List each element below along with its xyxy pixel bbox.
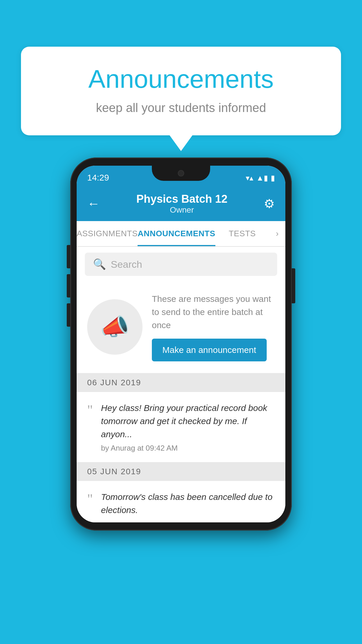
phone-outer: 14:29 ▾▴ ▲▮ ▮ ← Physics Batch 12 Owner ⚙ xyxy=(70,158,292,531)
date-divider-1: 06 JUN 2019 xyxy=(77,373,285,392)
camera xyxy=(178,170,184,176)
search-container: 🔍 Search xyxy=(77,247,285,282)
promo-description: These are messages you want to send to t… xyxy=(152,292,275,332)
app-bar-title: Physics Batch 12 xyxy=(136,193,228,205)
tab-announcements[interactable]: ANNOUNCEMENTS xyxy=(138,221,215,246)
app-bar: ← Physics Batch 12 Owner ⚙ xyxy=(77,186,285,221)
phone-mockup: 14:29 ▾▴ ▲▮ ▮ ← Physics Batch 12 Owner ⚙ xyxy=(70,158,292,531)
search-icon: 🔍 xyxy=(93,258,106,270)
tab-assignments[interactable]: ASSIGNMENTS xyxy=(77,221,138,246)
signal-icon: ▲▮ xyxy=(256,174,268,183)
announcement-text-1: Hey class! Bring your practical record b… xyxy=(101,401,275,441)
tab-more[interactable]: › xyxy=(269,221,285,246)
app-bar-subtitle: Owner xyxy=(136,205,228,215)
speech-bubble: Announcements keep all your students inf… xyxy=(21,47,341,135)
announcement-item-2[interactable]: " Tomorrow's class has been cancelled du… xyxy=(77,481,285,522)
make-announcement-button[interactable]: Make an announcement xyxy=(152,339,267,361)
date-divider-2: 05 JUN 2019 xyxy=(77,462,285,481)
quote-icon-2: " xyxy=(87,492,93,506)
phone-screen: 14:29 ▾▴ ▲▮ ▮ ← Physics Batch 12 Owner ⚙ xyxy=(77,166,285,522)
speech-bubble-subtitle: keep all your students informed xyxy=(44,101,318,115)
app-bar-title-group: Physics Batch 12 Owner xyxy=(136,193,228,215)
announcement-text-2: Tomorrow's class has been cancelled due … xyxy=(101,490,275,517)
announcement-item-1[interactable]: " Hey class! Bring your practical record… xyxy=(77,392,285,462)
tabs-bar: ASSIGNMENTS ANNOUNCEMENTS TESTS › xyxy=(77,221,285,247)
status-time: 14:29 xyxy=(87,173,109,183)
search-input[interactable]: Search xyxy=(111,259,142,270)
wifi-icon: ▾▴ xyxy=(246,174,253,183)
megaphone-icon: 📣 xyxy=(100,313,129,341)
speech-bubble-container: Announcements keep all your students inf… xyxy=(21,47,341,135)
status-icons: ▾▴ ▲▮ ▮ xyxy=(246,174,275,183)
search-bar[interactable]: 🔍 Search xyxy=(85,253,277,276)
announcement-meta-1: by Anurag at 09:42 AM xyxy=(101,444,275,453)
gear-icon[interactable]: ⚙ xyxy=(264,197,275,211)
announcement-promo: 📣 These are messages you want to send to… xyxy=(77,282,285,373)
back-button[interactable]: ← xyxy=(87,196,100,211)
tab-tests[interactable]: TESTS xyxy=(215,221,269,246)
battery-icon: ▮ xyxy=(271,174,275,183)
announcement-content-2: Tomorrow's class has been cancelled due … xyxy=(101,490,275,517)
speech-bubble-title: Announcements xyxy=(44,64,318,94)
announcement-content-1: Hey class! Bring your practical record b… xyxy=(101,401,275,453)
promo-content: These are messages you want to send to t… xyxy=(152,292,275,361)
promo-icon-circle: 📣 xyxy=(87,299,143,355)
quote-icon-1: " xyxy=(87,403,93,417)
notch xyxy=(152,166,210,181)
